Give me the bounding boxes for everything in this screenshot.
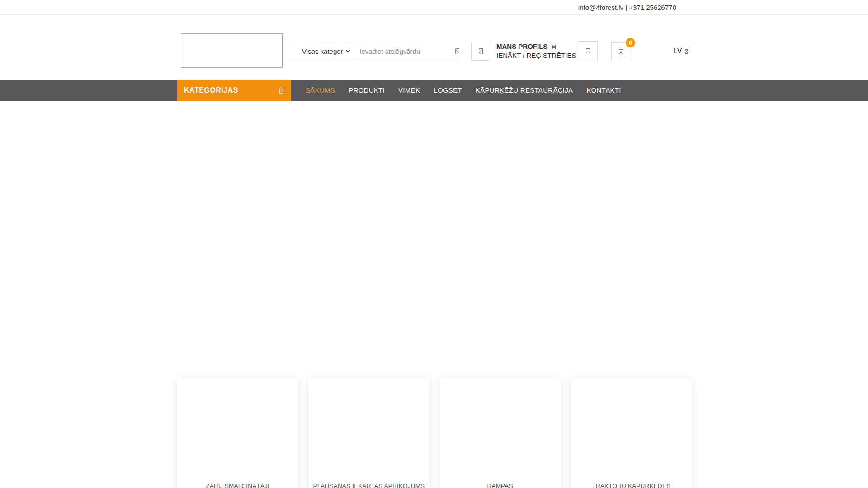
- categories-dropdown-button[interactable]: KATEGORIJAS: [177, 80, 291, 101]
- nav-item: KĀPURĶĒŽU RESTAURĀCIJA: [476, 86, 573, 94]
- nav-item: SĀKUMS: [306, 86, 335, 94]
- hero-slider-empty: [0, 101, 868, 378]
- login-register-link[interactable]: IENĀKT / REĢISTRĒTIES: [496, 51, 576, 60]
- search-icon: [455, 48, 459, 54]
- chevron-down-icon: [685, 49, 688, 54]
- language-label: LV: [674, 47, 682, 55]
- my-profile-label[interactable]: MANS PROFILS: [496, 42, 576, 51]
- nav-link-logset[interactable]: LOGSET: [434, 86, 462, 94]
- nav-item: LOGSET: [434, 86, 462, 94]
- card-title[interactable]: TRAKTORU KĀPURĶĒDES: [571, 483, 692, 488]
- category-card[interactable]: ZARU SMALCINĀTĀJI: [177, 378, 298, 488]
- categories-label: KATEGORIJAS: [184, 86, 238, 94]
- category-card[interactable]: TRAKTORU KĀPURĶĒDES: [571, 378, 692, 488]
- profile-links[interactable]: MANS PROFILS IENĀKT / REĢISTRĒTIES: [496, 42, 576, 60]
- nav-link-kapurkezu-restauracija[interactable]: KĀPURĶĒŽU RESTAURĀCIJA: [476, 86, 573, 94]
- category-cards-section: ZARU SMALCINĀTĀJI PĻAUŠANAS IEKĀRTAS APR…: [0, 378, 868, 488]
- my-profile-text: MANS PROFILS: [496, 42, 547, 50]
- contact-info: info@4forest.lv | +371 25626770: [578, 4, 676, 11]
- nav-link-vimek[interactable]: VIMEK: [398, 86, 420, 94]
- nav-menu: SĀKUMS PRODUKTI VIMEK LOGSET KĀPURĶĒŽU R…: [306, 80, 621, 101]
- card-title[interactable]: PĻAUŠANAS IEKĀRTAS APRĪKOJUMS: [308, 483, 429, 488]
- card-image-placeholder: [177, 378, 298, 483]
- search-bar: Visas kategorijas: [292, 42, 460, 61]
- search-button[interactable]: [455, 42, 459, 61]
- language-selector[interactable]: LV: [674, 47, 688, 55]
- nav-item: KONTAKTI: [586, 86, 621, 94]
- card-image-placeholder: [571, 378, 692, 483]
- cart-count-badge: 0: [626, 38, 635, 47]
- category-select[interactable]: Visas kategorijas: [292, 42, 352, 61]
- category-card[interactable]: PĻAUŠANAS IEKĀRTAS APRĪKOJUMS: [308, 378, 429, 488]
- cart-icon: [619, 49, 623, 55]
- menu-icon: [279, 88, 283, 94]
- heart-icon: [586, 48, 590, 54]
- nav-link-sakums[interactable]: SĀKUMS: [306, 86, 335, 94]
- profile-button[interactable]: [471, 42, 490, 61]
- card-title[interactable]: RAMPAS: [440, 483, 561, 488]
- card-title[interactable]: ZARU SMALCINĀTĀJI: [177, 483, 298, 488]
- nav-link-kontakti[interactable]: KONTAKTI: [586, 86, 621, 94]
- cart-button[interactable]: 0: [611, 42, 630, 61]
- logo-placeholder[interactable]: [181, 33, 283, 68]
- nav-link-produkti[interactable]: PRODUKTI: [349, 86, 385, 94]
- header: Visas kategorijas MANS PROFILS IENĀKT / …: [0, 15, 868, 80]
- top-bar: info@4forest.lv | +371 25626770: [0, 0, 868, 15]
- card-image-placeholder: [308, 378, 429, 483]
- search-input[interactable]: [352, 42, 463, 61]
- card-image-placeholder: [440, 378, 561, 483]
- chevron-down-icon: [552, 45, 556, 49]
- nav-item: VIMEK: [398, 86, 420, 94]
- main-navigation: KATEGORIJAS SĀKUMS PRODUKTI VIMEK LOGSET…: [0, 80, 868, 101]
- category-card[interactable]: RAMPAS: [440, 378, 561, 488]
- user-icon: [479, 48, 483, 54]
- wishlist-button[interactable]: [578, 41, 598, 61]
- nav-item: PRODUKTI: [349, 86, 385, 94]
